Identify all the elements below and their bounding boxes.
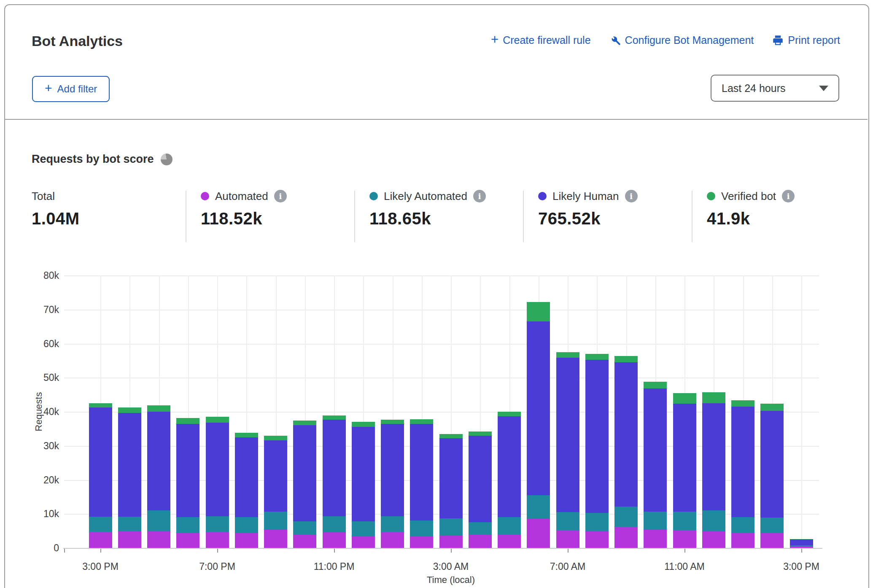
segment-verified-bot [118,407,141,413]
bar-1200pm[interactable] [702,392,725,548]
segment-automated [206,532,229,548]
bar-700am[interactable] [556,352,579,548]
segment-likely-human [731,407,754,517]
bar-500am[interactable] [498,412,521,548]
bar-300pm[interactable] [89,403,112,548]
bot-analytics-page: Bot Analytics + Create firewall rule Con… [0,0,873,588]
segment-likely-human [176,424,199,517]
segment-likely-human [89,407,112,516]
segment-likely-automated [673,512,696,530]
gridline-horizontal [64,378,819,378]
segment-likely-automated [410,521,433,536]
segment-automated [760,533,784,548]
segment-automated [702,531,725,548]
bar-800am[interactable] [585,354,609,548]
info-icon[interactable]: i [782,190,795,202]
y-tick-label: 80k [17,270,59,281]
bar-1100pm[interactable] [323,415,346,548]
x-tick-label: 3:00 AM [417,561,485,572]
x-tick-label: 11:00 AM [651,561,718,572]
segment-likely-human [644,388,667,512]
info-icon[interactable]: i [473,190,486,202]
segment-verified-bot [644,382,667,388]
print-report-link[interactable]: Print report [772,34,840,46]
bar-1200am[interactable] [352,422,375,548]
segment-likely-automated [293,521,316,535]
segment-likely-automated [469,522,492,534]
create-firewall-rule-link[interactable]: + Create firewall rule [491,34,591,47]
section-title-row: Requests by bot score [32,153,172,166]
segment-automated [323,532,346,548]
segment-likely-human [381,424,404,516]
segment-likely-human [790,539,813,546]
segment-likely-human [439,438,463,518]
info-icon[interactable]: i [274,190,287,202]
configure-bot-management-link[interactable]: Configure Bot Management [609,34,754,46]
y-tick-label: 0 [17,542,59,554]
stat-divider [692,191,692,242]
axis-tick [64,549,65,553]
segment-likely-automated [527,495,550,519]
segment-verified-bot [469,432,492,436]
segment-automated [556,530,579,548]
bar-700pm[interactable] [206,417,229,548]
wrench-icon [609,35,621,46]
bar-600pm[interactable] [176,418,199,548]
segment-likely-human [293,425,316,521]
plus-icon: + [45,82,52,94]
bar-500pm[interactable] [147,405,170,548]
segment-verified-bot [381,420,404,424]
bar-100am[interactable] [381,420,404,548]
bar-900pm[interactable] [264,436,287,548]
bar-400am[interactable] [469,432,492,548]
stat-total: Total 1.04M [32,189,80,228]
info-icon[interactable]: i [625,190,638,202]
bar-200pm[interactable] [760,404,784,548]
segment-likely-human [323,420,346,516]
bar-600am[interactable] [527,302,550,548]
bar-400pm[interactable] [118,407,141,548]
segment-likely-automated [731,517,754,533]
segment-verified-bot [527,302,550,321]
segment-likely-automated [118,517,141,532]
stat-total-value: 1.04M [32,209,80,228]
bar-200am[interactable] [410,419,433,548]
segment-verified-bot [439,434,463,438]
segment-likely-human [206,423,229,516]
segment-likely-human [469,436,492,522]
chevron-down-icon [819,86,828,91]
x-tick-label: 11:00 PM [300,561,368,572]
segment-likely-human [556,358,579,512]
page-title: Bot Analytics [32,33,123,49]
time-range-dropdown[interactable]: Last 24 hours [711,75,839,102]
bar-800pm[interactable] [235,433,258,548]
segment-likely-human [118,413,141,516]
y-tick-label: 70k [17,304,59,316]
segment-likely-human [760,411,784,518]
segment-likely-automated [323,516,346,532]
y-tick-label: 60k [17,338,59,350]
bar-1100am[interactable] [673,393,696,548]
segment-automated [352,536,375,548]
bar-1000am[interactable] [644,382,667,548]
segment-verified-bot [264,436,287,440]
segment-verified-bot [614,356,638,362]
segment-likely-automated [206,516,229,532]
add-filter-label: Add filter [57,83,97,95]
add-filter-button[interactable]: + Add filter [32,76,110,102]
stat-likely-automated-value: 118.65k [369,209,486,228]
bar-900am[interactable] [614,356,638,548]
segment-likely-human [235,437,258,518]
bar-300pm[interactable] [790,539,813,548]
segment-likely-automated [352,521,375,536]
y-tick-label: 30k [17,440,59,452]
axis-tick [684,549,685,553]
segment-likely-automated [147,510,170,531]
segment-automated [235,533,258,548]
bar-300am[interactable] [439,434,463,548]
stat-likely-automated-label: Likely Automated [384,190,467,203]
x-tick-label: 3:00 PM [768,561,835,572]
bar-1000pm[interactable] [293,421,316,548]
bar-100pm[interactable] [731,400,754,548]
segment-automated [381,532,404,548]
